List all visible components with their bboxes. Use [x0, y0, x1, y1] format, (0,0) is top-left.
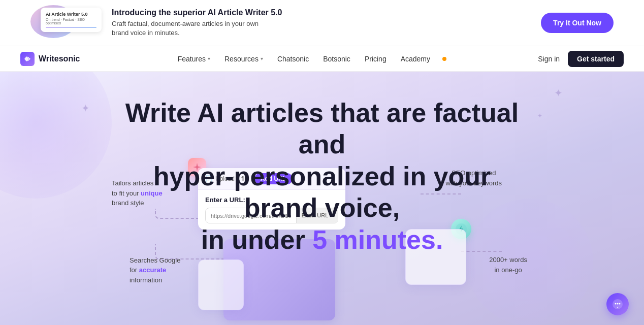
get-started-button[interactable]: Get started	[568, 51, 624, 67]
annotation-searches: Searches Google for accurate information	[130, 255, 180, 285]
star-decoration-2: ✦	[554, 87, 563, 99]
svg-point-2	[615, 303, 617, 305]
star-decoration-3: ✦	[537, 112, 542, 119]
banner-text: Introducing the superior AI Article Writ…	[112, 8, 282, 38]
hero-title-line1: Write AI articles that are factual and	[125, 98, 519, 159]
star-decoration-1: ✦	[81, 102, 90, 114]
annotation-word-count-line1: 2000+ words	[489, 255, 527, 265]
banner-card: AI Article Writer 5.0 On-trend · Factual…	[41, 8, 102, 32]
banner-card-subtitle: On-trend · Factual · SEO optimised	[46, 18, 96, 25]
signin-button[interactable]: Sign in	[538, 55, 560, 63]
svg-point-4	[619, 303, 621, 305]
nav-link-chatsonic[interactable]: Chatsonic	[271, 52, 315, 66]
chevron-down-icon: ▾	[208, 56, 210, 61]
nav-link-resources[interactable]: Resources ▾	[218, 52, 269, 66]
banner-illustration: AI Article Writer 5.0 On-trend · Factual…	[30, 5, 102, 41]
logo-icon	[20, 52, 35, 66]
promo-banner: AI Article Writer 5.0 On-trend · Factual…	[0, 0, 644, 46]
banner-headline: Introducing the superior AI Article Writ…	[112, 8, 282, 17]
nav-actions: Sign in Get started	[538, 51, 624, 67]
nav-link-features[interactable]: Features ▾	[172, 52, 216, 66]
svg-point-3	[617, 303, 619, 305]
chevron-down-icon: ▾	[261, 56, 263, 61]
hero-title-line3: in under	[201, 225, 313, 254]
hero-section: ✦ ✦ ✦ Write AI articles that are factual…	[0, 72, 644, 325]
annotation-word-count-line2: in one-go	[489, 265, 527, 275]
banner-left: AI Article Writer 5.0 On-trend · Factual…	[30, 5, 282, 41]
annotation-searches-line2: for accurate	[130, 265, 180, 275]
placeholder-card-bottom-left	[198, 259, 244, 310]
banner-description: Craft factual, document-aware articles i…	[112, 19, 274, 38]
nav-link-pricing[interactable]: Pricing	[359, 52, 393, 66]
annotation-searches-line3: information	[130, 275, 180, 285]
nav-notification-dot	[442, 57, 446, 61]
banner-cta-button[interactable]: Try It Out Now	[541, 13, 614, 33]
nav-logo: Writesonic	[20, 52, 80, 66]
annotation-searches-line1: Searches Google	[130, 255, 180, 266]
main-nav: Writesonic Features ▾ Resources ▾ Chatso…	[0, 46, 644, 72]
nav-link-botsonic[interactable]: Botsonic	[317, 52, 357, 66]
banner-card-title: AI Article Writer 5.0	[46, 12, 96, 17]
hero-title-line2: hyper-personalized in your brand voice,	[153, 161, 491, 222]
chat-widget-button[interactable]	[606, 293, 629, 315]
nav-links: Features ▾ Resources ▾ Chatsonic Botsoni…	[172, 52, 446, 66]
nav-link-academy[interactable]: Academy	[395, 52, 436, 66]
hero-title-accent: 5 minutes.	[312, 225, 443, 254]
logo-text: Writesonic	[39, 54, 80, 63]
hero-title: Write AI articles that are factual and h…	[119, 97, 525, 255]
annotation-word-count: 2000+ words in one-go	[489, 255, 527, 275]
